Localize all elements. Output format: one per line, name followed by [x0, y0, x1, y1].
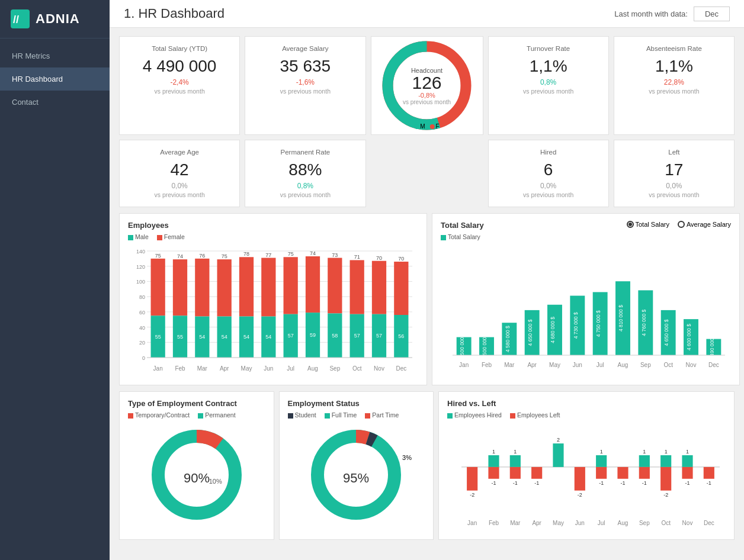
svg-rect-149 — [596, 455, 607, 467]
svg-text:-1: -1 — [534, 480, 539, 486]
svg-text:75: 75 — [222, 253, 227, 259]
kpi-turnover-title: Turnover Rate — [496, 45, 601, 52]
svg-text:-1: -1 — [491, 480, 496, 486]
contract-donut-wrap: 90% — [128, 424, 265, 525]
svg-text:4 810 000 $: 4 810 000 $ — [618, 305, 624, 332]
svg-rect-146 — [575, 467, 585, 491]
svg-text:Jun: Jun — [264, 365, 273, 372]
svg-text:Apr: Apr — [532, 520, 541, 526]
svg-text:-1: -1 — [599, 480, 604, 486]
kpi-absenteeism-title: Absenteeism Rate — [621, 45, 727, 52]
svg-rect-164 — [660, 467, 671, 491]
svg-text:78: 78 — [243, 251, 249, 257]
svg-text:-1: -1 — [642, 480, 647, 486]
employment-status-legend: Student Full Time Part Time — [288, 411, 425, 419]
kpi-total-salary-title: Total Salary (YTD) — [127, 45, 232, 52]
kpi-perm-rate-delta: 0,8% — [252, 182, 358, 190]
svg-text:74: 74 — [177, 253, 183, 259]
svg-text:Mar: Mar — [197, 365, 208, 372]
kpi-hired-delta: 0,0% — [496, 182, 601, 190]
kpi-turnover-value: 1,1% — [496, 57, 601, 76]
svg-rect-151 — [596, 467, 607, 479]
sidebar-item-hr-metrics[interactable]: HR Metrics — [0, 44, 110, 67]
svg-rect-167 — [682, 455, 692, 467]
svg-rect-56 — [306, 256, 320, 313]
svg-text:70: 70 — [398, 256, 404, 262]
svg-text:4 750 000 $: 4 750 000 $ — [595, 310, 601, 337]
last-month-value[interactable]: Dec — [694, 7, 730, 21]
kpi-avg-salary: Average Salary 35 635 -1,6% vs previous … — [245, 36, 365, 135]
svg-text:Aug: Aug — [618, 520, 628, 526]
svg-text:20: 20 — [139, 340, 145, 346]
svg-text:76: 76 — [199, 253, 205, 259]
svg-text:4 760 000 $: 4 760 000 $ — [641, 309, 647, 336]
svg-rect-157 — [639, 455, 650, 467]
radio-total-filled — [627, 221, 634, 228]
kpi-hired-vs: vs previous month — [496, 191, 601, 198]
svg-rect-137 — [510, 467, 521, 479]
svg-text:Apr: Apr — [527, 362, 537, 368]
charts-row-1: Employees Male Female 020406080100120140… — [119, 213, 735, 385]
kpi-left-title: Left — [621, 149, 727, 156]
svg-rect-159 — [639, 467, 650, 479]
svg-text:4 650 000 $: 4 650 000 $ — [527, 319, 533, 346]
svg-text:1: 1 — [643, 449, 646, 455]
svg-text:Feb: Feb — [175, 365, 185, 372]
svg-text:55: 55 — [155, 334, 161, 340]
kpi-avg-age-vs: vs previous month — [127, 191, 232, 198]
salary-radio-group: Total Salary Average Salary — [627, 221, 732, 228]
svg-text:-2: -2 — [470, 492, 474, 498]
sidebar-item-hr-dashboard[interactable]: HR Dashboard — [0, 67, 110, 91]
svg-text:77: 77 — [265, 252, 271, 258]
kpi-turnover: Turnover Rate 1,1% 0,8% vs previous mont… — [488, 36, 609, 135]
svg-text:Aug: Aug — [307, 365, 318, 372]
kpi-absenteeism-vs: vs previous month — [621, 88, 727, 95]
headcount-value: 126 — [403, 73, 451, 91]
svg-text:56: 56 — [398, 333, 404, 339]
hired-left-legend: Employees Hired Employees Left — [447, 411, 726, 419]
salary-chart-title: Total Salary — [441, 221, 484, 230]
kpi-left-delta: 0,0% — [621, 182, 727, 190]
sidebar-item-contact[interactable]: Contact — [0, 91, 110, 114]
contract-chart: Type of Employment Contract Temporary/Co… — [119, 391, 274, 540]
hired-left-chart: Hired vs. Left Employees Hired Employees… — [438, 391, 735, 540]
svg-text:4 600 000 $: 4 600 000 $ — [687, 324, 692, 350]
sidebar: // ADNIA HR Metrics HR Dashboard Contact — [0, 0, 110, 560]
kpi-perm-rate-value: 88% — [252, 160, 358, 179]
svg-text:Sep: Sep — [640, 362, 651, 368]
svg-rect-31 — [195, 259, 209, 317]
kpi-total-salary: Total Salary (YTD) 4 490 000 -2,4% vs pr… — [119, 36, 240, 135]
radio-avg-salary[interactable]: Average Salary — [678, 221, 731, 228]
svg-text:1: 1 — [514, 449, 517, 455]
contract-chart-title: Type of Employment Contract — [128, 399, 265, 408]
svg-rect-135 — [510, 455, 521, 467]
headcount-label: Headcount 126 -0,8% vs previous month — [403, 66, 451, 105]
kpi-hired-title: Hired — [496, 149, 601, 156]
svg-text:1: 1 — [492, 449, 495, 455]
svg-rect-66 — [350, 260, 364, 314]
svg-text:54: 54 — [265, 334, 271, 340]
page-header: 1. HR Dashboard Last month with data: De… — [110, 0, 744, 28]
svg-text:73: 73 — [332, 252, 338, 258]
kpi-left-value: 17 — [621, 160, 727, 179]
kpi-left: Left 17 0,0% vs previous month — [614, 140, 735, 207]
svg-text:90%: 90% — [184, 471, 210, 485]
svg-text:Dec: Dec — [704, 520, 714, 526]
charts-row-2: Type of Employment Contract Temporary/Co… — [119, 391, 735, 540]
svg-text:58: 58 — [332, 333, 338, 339]
radio-total-salary[interactable]: Total Salary — [627, 221, 669, 228]
svg-rect-21 — [151, 259, 165, 316]
salary-chart-legend: Total Salary — [441, 233, 484, 240]
svg-text:75: 75 — [155, 253, 161, 259]
employment-donut-svg: 95% — [306, 424, 406, 525]
hired-left-svg: -2Jan1-1Feb1-1Mar-1Apr2May-2Jun1-1Jul-1A… — [447, 423, 726, 530]
employees-bar-svg: 0204060801001201407555Jan7455Feb7654Mar7… — [128, 245, 418, 375]
hired-left-title: Hired vs. Left — [447, 399, 726, 408]
svg-text:Sep: Sep — [639, 520, 650, 526]
headcount-delta: -0,8% — [403, 91, 451, 98]
employees-chart-title: Employees — [128, 221, 418, 230]
svg-text:May: May — [553, 520, 564, 526]
svg-text:Jul: Jul — [598, 520, 605, 526]
svg-text:-2: -2 — [578, 492, 582, 498]
svg-text:59: 59 — [310, 332, 316, 338]
